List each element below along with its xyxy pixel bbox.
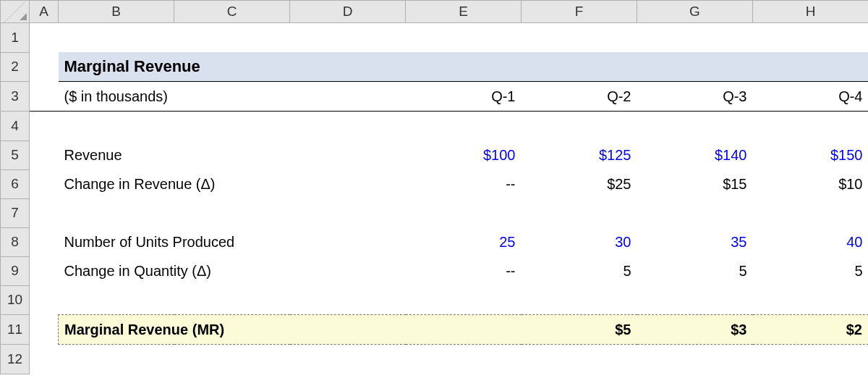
cell-D1[interactable]	[290, 23, 406, 53]
col-header-F[interactable]: F	[522, 1, 637, 23]
cell-F9[interactable]: 5	[522, 256, 637, 285]
cell-A5[interactable]	[30, 140, 59, 169]
row-header-2[interactable]: 2	[1, 52, 30, 82]
row-header-1[interactable]: 1	[1, 23, 30, 53]
cell-H5[interactable]: $150	[753, 140, 869, 169]
cell-H1[interactable]	[753, 23, 869, 53]
cell-G9[interactable]: 5	[637, 256, 753, 285]
cell-B1[interactable]	[59, 23, 174, 53]
row-header-5[interactable]: 5	[1, 140, 30, 169]
spreadsheet-view: A B C D E F G H 1 2 Marginal Revenue	[0, 0, 868, 386]
col-header-G[interactable]: G	[637, 1, 753, 23]
cell-F1[interactable]	[522, 23, 637, 53]
units-produced-label[interactable]: Number of Units Produced	[59, 227, 406, 256]
change-qty-label[interactable]: Change in Quantity (Δ)	[59, 256, 406, 285]
col-header-D[interactable]: D	[290, 1, 406, 23]
cell-E5[interactable]: $100	[406, 140, 522, 169]
row-header-3[interactable]: 3	[1, 82, 30, 112]
cell-A1[interactable]	[30, 23, 59, 53]
cell-F8[interactable]: 30	[522, 227, 637, 256]
cell-H9[interactable]: 5	[753, 256, 869, 285]
cell-BH4[interactable]	[59, 112, 869, 141]
cell-F5[interactable]: $125	[522, 140, 637, 169]
cell-A6[interactable]	[30, 169, 59, 198]
col-header-C[interactable]: C	[174, 1, 290, 23]
change-revenue-label[interactable]: Change in Revenue (Δ)	[59, 169, 406, 198]
cell-G5[interactable]: $140	[637, 140, 753, 169]
cell-G8[interactable]: 35	[637, 227, 753, 256]
cell-BH10[interactable]	[59, 285, 869, 315]
cell-C1[interactable]	[174, 23, 290, 53]
cell-G3[interactable]: Q-3	[637, 82, 753, 112]
col-header-A[interactable]: A	[30, 1, 59, 23]
select-all-corner[interactable]	[1, 1, 30, 23]
col-header-E[interactable]: E	[406, 1, 522, 23]
cell-E1[interactable]	[406, 23, 522, 53]
units-label-cell[interactable]: ($ in thousands)	[59, 82, 406, 112]
row-header-12[interactable]: 12	[1, 345, 30, 374]
cell-F11[interactable]: $5	[522, 315, 637, 345]
cell-G6[interactable]: $15	[637, 169, 753, 198]
cell-BH7[interactable]	[59, 198, 869, 227]
cell-E9[interactable]: --	[406, 256, 522, 285]
mr-label[interactable]: Marginal Revenue (MR)	[59, 315, 406, 345]
row-header-11[interactable]: 11	[1, 315, 30, 345]
cell-F6[interactable]: $25	[522, 169, 637, 198]
cell-A2[interactable]	[30, 52, 59, 82]
title-cell[interactable]: Marginal Revenue	[59, 52, 869, 82]
cell-A3[interactable]	[30, 82, 59, 112]
row-header-8[interactable]: 8	[1, 227, 30, 256]
cell-H3[interactable]: Q-4	[753, 82, 869, 112]
col-header-B[interactable]: B	[59, 1, 174, 23]
cell-A4[interactable]	[30, 112, 59, 141]
revenue-label[interactable]: Revenue	[59, 140, 406, 169]
row-header-4[interactable]: 4	[1, 112, 30, 141]
cell-H6[interactable]: $10	[753, 169, 869, 198]
cell-A10[interactable]	[30, 285, 59, 315]
cell-H11[interactable]: $2	[753, 315, 869, 345]
row-header-10[interactable]: 10	[1, 285, 30, 315]
cell-E6[interactable]: --	[406, 169, 522, 198]
cell-A9[interactable]	[30, 256, 59, 285]
cell-F3[interactable]: Q-2	[522, 82, 637, 112]
cell-E8[interactable]: 25	[406, 227, 522, 256]
cell-A8[interactable]	[30, 227, 59, 256]
row-header-9[interactable]: 9	[1, 256, 30, 285]
spreadsheet-grid[interactable]: A B C D E F G H 1 2 Marginal Revenue	[0, 0, 868, 374]
row-header-7[interactable]: 7	[1, 198, 30, 227]
cell-A7[interactable]	[30, 198, 59, 227]
cell-A11[interactable]	[30, 315, 59, 345]
cell-G11[interactable]: $3	[637, 315, 753, 345]
cell-H8[interactable]: 40	[753, 227, 869, 256]
cell-G1[interactable]	[637, 23, 753, 53]
cell-E11[interactable]	[406, 315, 522, 345]
cell-A12[interactable]	[30, 345, 59, 374]
col-header-H[interactable]: H	[753, 1, 869, 23]
cell-E3[interactable]: Q-1	[406, 82, 522, 112]
row-header-6[interactable]: 6	[1, 169, 30, 198]
cell-BH12[interactable]	[59, 345, 869, 374]
